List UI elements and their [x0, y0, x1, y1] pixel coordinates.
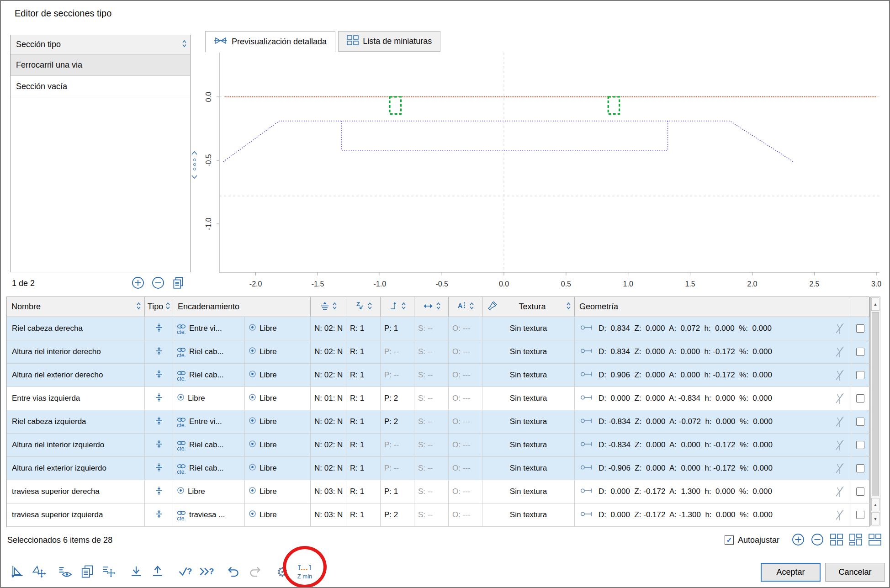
- row-n-value: N: 02: N: [311, 340, 346, 364]
- chevron-down-icon: [191, 172, 197, 180]
- settings-button[interactable]: ⚙: [275, 562, 290, 582]
- branch-icon[interactable]: [834, 509, 845, 521]
- zoom-out-button[interactable]: [811, 533, 824, 548]
- zmin-label: Z min: [297, 573, 313, 580]
- row-checkbox[interactable]: [856, 324, 864, 333]
- layout-grid-3-button[interactable]: [868, 533, 882, 547]
- column-header-pendiente[interactable]: [381, 297, 414, 317]
- column-header-geometria[interactable]: Geometría: [575, 297, 851, 317]
- cancel-button[interactable]: Cancelar: [825, 563, 885, 582]
- row-n-value: N: 02: N: [311, 317, 346, 340]
- row-checkbox[interactable]: [856, 511, 864, 519]
- add-section-button[interactable]: [131, 276, 145, 291]
- row-checkbox[interactable]: [856, 441, 864, 449]
- row-encadenamiento-2: Libre: [245, 387, 311, 410]
- column-header-acotacion[interactable]: A: [449, 297, 482, 317]
- column-header-ancho[interactable]: [414, 297, 449, 317]
- table-row[interactable]: traviesa superior derechaLibreLibreN: 03…: [7, 480, 869, 503]
- table-row[interactable]: Altura riel interior derechocte.Riel cab…: [7, 340, 869, 364]
- row-p-value: P: 1: [381, 317, 414, 340]
- column-header-tipo[interactable]: Tipo: [145, 297, 173, 317]
- visibility-list-button[interactable]: [57, 562, 73, 582]
- scrollbar-thumb[interactable]: [872, 312, 879, 496]
- row-checkbox[interactable]: [856, 418, 864, 426]
- row-down-button[interactable]: ▼: [871, 512, 879, 525]
- row-checkbox[interactable]: [856, 487, 864, 496]
- table-row[interactable]: Altura riel exterior izquierdocte.Riel c…: [7, 457, 869, 480]
- redo-button[interactable]: [248, 562, 263, 582]
- mirror-section-icon: [10, 565, 24, 580]
- free-icon: [249, 440, 256, 450]
- constant-chain-icon: cte.: [177, 439, 186, 451]
- scroll-up-button[interactable]: ▲: [871, 297, 879, 311]
- check-current-button[interactable]: ?: [178, 562, 193, 582]
- row-r-value: R: 1: [346, 503, 381, 527]
- table-row[interactable]: traviesa superior izquierdacte.traviesa …: [7, 503, 869, 527]
- copy-rows-icon: [80, 565, 94, 580]
- table-row[interactable]: Riel cabeza derechacte.Entre vi...LibreN…: [7, 317, 869, 340]
- branch-icon[interactable]: [834, 369, 845, 381]
- zmin-button[interactable]: Z min: [295, 562, 315, 582]
- scrollbar-track[interactable]: [871, 312, 879, 497]
- remove-section-button[interactable]: [151, 276, 165, 291]
- table-scrollbar[interactable]: ▲ ▲ ▼: [870, 297, 880, 526]
- table-row[interactable]: Altura riel exterior derechocte.Riel cab…: [7, 364, 869, 387]
- table-row[interactable]: Entre vias izquierdaLibreLibreN: 01: NR:…: [7, 387, 869, 410]
- table-row[interactable]: Altura riel interior izquierdocte.Riel c…: [7, 434, 869, 457]
- zoom-in-button[interactable]: [791, 533, 805, 548]
- layout-grid-2-button[interactable]: [849, 533, 863, 547]
- table-row[interactable]: Riel cabeza izquierdacte.Entre vi...Libr…: [7, 410, 869, 434]
- branch-icon[interactable]: [834, 439, 845, 451]
- move-rows-button[interactable]: [101, 562, 117, 582]
- typesection-item[interactable]: Sección vacía: [11, 76, 190, 97]
- row-r-value: R: 1: [346, 410, 381, 434]
- branch-icon[interactable]: [834, 323, 845, 335]
- vertical-align-icon: [154, 370, 164, 381]
- row-n-value: N: 02: N: [311, 434, 346, 457]
- dialog-title: Editor de secciones tipo: [15, 8, 111, 19]
- undo-button[interactable]: [225, 562, 241, 582]
- row-geometry-values: D: -0.834 Z: 0.000 A: 0.000 h: -0.172 %:…: [599, 440, 773, 450]
- row-checkbox[interactable]: [856, 371, 864, 379]
- row-textura: Sin textura: [482, 410, 575, 434]
- row-up-button[interactable]: ▲: [871, 498, 879, 511]
- tab-thumbnail-list[interactable]: Lista de miniaturas: [338, 31, 440, 52]
- typesection-item[interactable]: Ferrocarril una via: [11, 54, 190, 76]
- row-textura: Sin textura: [482, 457, 575, 480]
- section-preview-chart[interactable]: -2.0-1.5-1.0-0.50.00.51.01.52.02.53.00.0…: [199, 52, 886, 292]
- copy-rows-button[interactable]: [79, 562, 95, 582]
- row-tipo: [145, 364, 173, 387]
- branch-icon[interactable]: [834, 392, 845, 405]
- row-geometria: D: -0.834 Z: 0.000 A: -0.072 h: 0.000 %:…: [575, 410, 851, 434]
- accept-button[interactable]: Aceptar: [761, 563, 821, 582]
- column-header-textura[interactable]: Textura: [482, 297, 575, 317]
- branch-icon[interactable]: [834, 346, 845, 358]
- branch-icon[interactable]: [834, 416, 845, 428]
- row-o-value: O: ---: [449, 410, 482, 434]
- row-checkbox[interactable]: [856, 348, 864, 356]
- check-all-button[interactable]: ?: [199, 562, 215, 582]
- typesection-list-header[interactable]: Sección tipo: [11, 35, 190, 54]
- row-geometry-values: D: 0.000 Z: -0.172 A: -1.300 h: 0.000 %:…: [599, 510, 773, 519]
- autofit-checkbox[interactable]: ✓ Autoajustar: [725, 535, 779, 545]
- column-header-encadenamiento[interactable]: Encadenamiento: [173, 297, 311, 317]
- column-header-nombre[interactable]: Nombre: [7, 297, 145, 317]
- vertical-pan-control[interactable]: [189, 144, 200, 185]
- mirror-section-button[interactable]: [9, 562, 25, 582]
- vertical-align-icon: [154, 440, 164, 451]
- move-vertex-button[interactable]: [31, 562, 47, 582]
- layout-grid-1-button[interactable]: [830, 533, 843, 547]
- tab-detailed-preview[interactable]: Previsualización detallada: [205, 31, 335, 52]
- duplicate-section-button[interactable]: [171, 276, 185, 291]
- insert-above-button[interactable]: [150, 562, 165, 582]
- row-geometria: D: -0.906 Z: 0.000 A: 0.000 h: -0.172 %:…: [575, 457, 851, 480]
- insert-below-button[interactable]: [128, 562, 144, 582]
- branch-icon[interactable]: [834, 462, 845, 475]
- row-encadenamiento-2: Libre: [245, 457, 311, 480]
- branch-icon[interactable]: [834, 486, 845, 498]
- column-header-nivel[interactable]: [311, 297, 346, 317]
- row-checkbox[interactable]: [856, 394, 864, 403]
- column-header-z[interactable]: Z: [346, 297, 381, 317]
- arrow-up-from-line-icon: [151, 565, 164, 580]
- row-checkbox[interactable]: [856, 464, 864, 472]
